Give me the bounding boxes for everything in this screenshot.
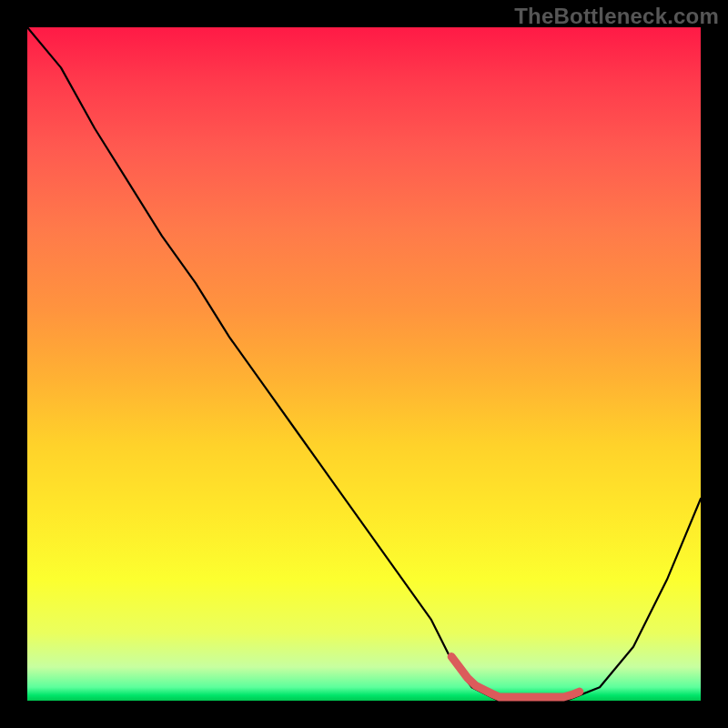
curve-layer <box>27 27 701 701</box>
chart-container: TheBottleneck.com <box>0 0 728 728</box>
bottleneck-curve <box>27 27 701 701</box>
attribution-label: TheBottleneck.com <box>514 4 719 29</box>
optimal-range-marker <box>451 657 580 697</box>
